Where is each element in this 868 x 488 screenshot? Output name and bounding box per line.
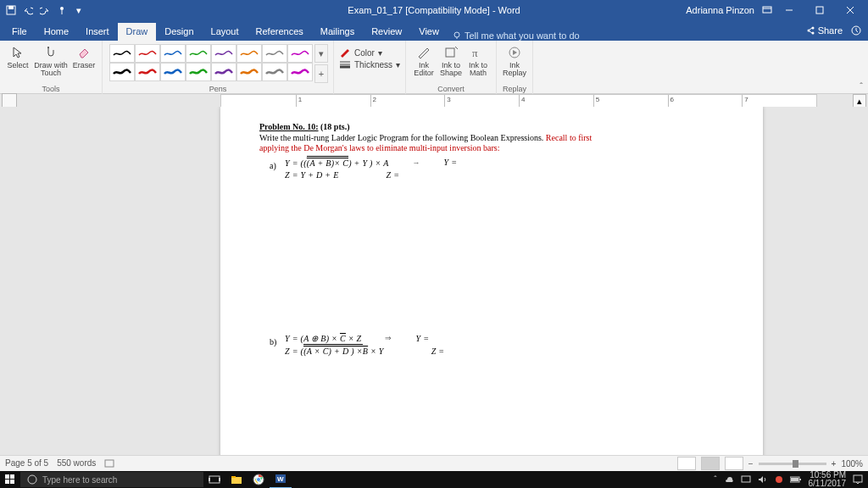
svg-point-32 xyxy=(776,476,782,483)
tab-view[interactable]: View xyxy=(410,23,448,41)
taskbar: Type here to search W ˆ 10:56 PM 6/11/20… xyxy=(0,471,868,488)
pen-swatch[interactable] xyxy=(186,44,211,63)
add-pen-button[interactable]: + xyxy=(314,64,328,83)
lightbulb-icon xyxy=(453,31,461,40)
action-center-icon[interactable] xyxy=(853,474,863,485)
zoom-level[interactable]: 100% xyxy=(841,459,863,469)
account-name[interactable]: Adrianna Pinzon xyxy=(686,5,754,15)
pen-swatch[interactable] xyxy=(287,63,313,81)
pen-swatch[interactable] xyxy=(186,63,211,81)
eraser-tool[interactable]: Eraser xyxy=(71,42,97,81)
close-button[interactable] xyxy=(836,0,865,20)
part-b-y-result: Y = xyxy=(415,334,429,345)
ruler-tick: 5 xyxy=(593,95,594,107)
pen-color-label: Color xyxy=(354,48,375,58)
tab-home[interactable]: Home xyxy=(36,23,77,41)
pen-swatch[interactable] xyxy=(109,63,135,81)
pen-swatch[interactable] xyxy=(211,63,236,81)
scroll-up-button[interactable]: ▴ xyxy=(853,94,866,108)
minimize-button[interactable] xyxy=(775,0,804,20)
tray-clock[interactable]: 10:56 PM 6/11/2017 xyxy=(809,471,847,488)
share-button[interactable]: Share xyxy=(806,25,843,36)
svg-rect-3 xyxy=(763,7,771,13)
taskbar-app-chrome[interactable] xyxy=(248,471,270,488)
ink-editor-button[interactable]: Ink Editor xyxy=(411,42,437,81)
pen-swatch[interactable] xyxy=(262,63,287,81)
ruler-tick: 6 xyxy=(668,95,669,107)
chevron-down-icon: ▾ xyxy=(396,60,400,69)
pen-swatch[interactable] xyxy=(236,44,262,63)
task-view-button[interactable] xyxy=(203,471,225,488)
cursor-icon xyxy=(9,44,26,61)
taskbar-app-explorer[interactable] xyxy=(225,471,248,488)
taskbar-app-word[interactable]: W xyxy=(270,470,292,488)
horizontal-ruler[interactable]: 1234567 xyxy=(220,94,817,108)
tab-insert[interactable]: Insert xyxy=(77,23,118,41)
ribbon-options-icon[interactable] xyxy=(761,4,773,16)
pen-swatch[interactable] xyxy=(211,44,236,63)
tab-review[interactable]: Review xyxy=(363,23,410,41)
pen-thickness-dropdown[interactable]: Thickness▾ xyxy=(339,59,400,69)
pen-swatch[interactable] xyxy=(236,63,262,81)
tab-file[interactable]: File xyxy=(3,23,36,41)
taskbar-search[interactable]: Type here to search xyxy=(20,472,203,487)
collapse-ribbon-button[interactable]: ˆ xyxy=(860,81,863,92)
web-layout-view[interactable] xyxy=(725,457,743,470)
tab-mailings[interactable]: Mailings xyxy=(312,23,363,41)
pen-gallery-more[interactable]: ▾ xyxy=(314,44,328,63)
svg-rect-31 xyxy=(742,476,750,482)
autosave-icon[interactable] xyxy=(5,4,17,16)
pen-swatch[interactable] xyxy=(109,44,135,63)
tray-volume-icon[interactable] xyxy=(758,475,768,484)
part-a-y-eq: Y = (((A + B)× C) + Y ) × A xyxy=(285,158,389,169)
ink-editor-icon xyxy=(415,44,432,61)
draw-touch-tool[interactable]: Draw with Touch xyxy=(32,42,70,81)
zoom-slider[interactable] xyxy=(759,463,826,465)
select-tool[interactable]: Select xyxy=(5,42,31,81)
ink-to-math-button[interactable]: π Ink to Math xyxy=(465,42,491,81)
pen-swatch[interactable] xyxy=(160,63,186,81)
ink-to-math-label: Ink to Math xyxy=(465,62,491,77)
touch-mode-icon[interactable] xyxy=(56,4,68,16)
tab-draw[interactable]: Draw xyxy=(118,23,157,41)
document-area[interactable]: Problem No. 10: (18 pts.) Write the mult… xyxy=(0,107,868,456)
print-layout-view[interactable] xyxy=(701,457,720,470)
zoom-in-button[interactable]: + xyxy=(832,459,837,469)
ink-to-shape-label: Ink to Shape xyxy=(438,62,464,77)
part-a-z-eq: Z = Y + D + E xyxy=(285,170,339,181)
pen-swatch[interactable] xyxy=(135,44,160,63)
ink-replay-button[interactable]: Ink Replay xyxy=(502,42,527,81)
start-button[interactable] xyxy=(0,471,20,488)
word-count[interactable]: 550 words xyxy=(57,458,96,469)
pen-gallery[interactable] xyxy=(108,42,313,85)
part-b-label: b) xyxy=(270,337,276,348)
undo-icon[interactable] xyxy=(22,4,34,16)
pen-thickness-label: Thickness xyxy=(354,60,392,69)
tab-design[interactable]: Design xyxy=(156,23,202,41)
tab-references[interactable]: References xyxy=(248,23,312,41)
history-icon[interactable] xyxy=(851,25,861,36)
redo-icon[interactable] xyxy=(39,4,51,16)
tray-onedrive-icon[interactable] xyxy=(724,475,734,484)
page: Problem No. 10: (18 pts.) Write the mult… xyxy=(220,107,763,456)
pen-swatch[interactable] xyxy=(262,44,287,63)
ribbon-group-tools: Select Draw with Touch Eraser Tools xyxy=(0,41,103,95)
pen-color-dropdown[interactable]: Color▾ xyxy=(339,47,400,58)
tray-battery-icon[interactable] xyxy=(790,476,802,483)
tray-security-icon[interactable] xyxy=(775,475,783,484)
ink-to-shape-button[interactable]: Ink to Shape xyxy=(438,42,464,81)
read-mode-view[interactable] xyxy=(677,457,696,470)
share-label: Share xyxy=(818,25,843,36)
tray-network-icon[interactable] xyxy=(741,475,751,484)
proofing-icon[interactable] xyxy=(104,458,114,469)
pen-swatch[interactable] xyxy=(135,63,160,81)
tab-layout[interactable]: Layout xyxy=(203,23,248,41)
qat-dropdown-icon[interactable]: ▾ xyxy=(73,4,85,16)
pen-swatch[interactable] xyxy=(160,44,186,63)
tray-chevron-up-icon[interactable]: ˆ xyxy=(714,475,716,485)
maximize-button[interactable] xyxy=(805,0,834,20)
zoom-out-button[interactable]: − xyxy=(748,459,754,469)
pen-swatch[interactable] xyxy=(287,44,313,63)
tell-me-search[interactable]: Tell me what you want to do xyxy=(453,30,580,41)
page-indicator[interactable]: Page 5 of 5 xyxy=(5,458,48,469)
